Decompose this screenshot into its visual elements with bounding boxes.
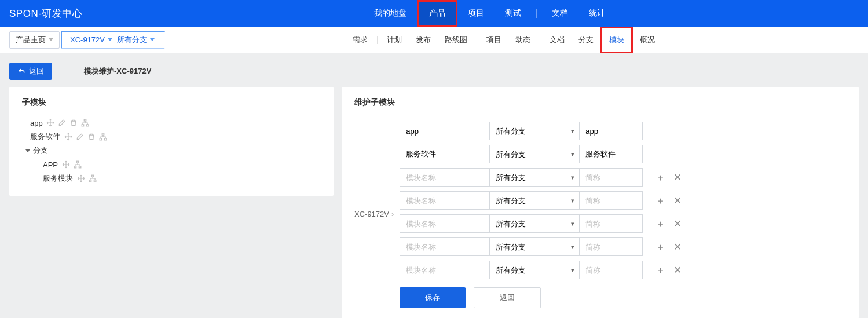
subnav-doc[interactable]: 文档	[543, 27, 572, 53]
add-row-icon[interactable]: ＋	[655, 196, 665, 206]
parent-module-label: XC-9172V ›	[354, 122, 394, 218]
module-name-input[interactable]	[400, 261, 489, 279]
page-title: 模块维护-XC-9172V	[84, 66, 151, 76]
tree-row-actions	[64, 133, 107, 141]
back-button[interactable]: 返回	[9, 63, 52, 80]
form-rows: 所有分支▾所有分支▾所有分支▾＋✕所有分支▾＋✕所有分支▾＋✕所有分支▾＋✕所有…	[400, 122, 682, 279]
svg-rect-4	[100, 138, 102, 140]
edit-icon[interactable]	[75, 133, 84, 141]
svg-rect-1	[82, 125, 84, 126]
edit-icon[interactable]	[58, 119, 67, 127]
remove-row-icon[interactable]: ✕	[673, 196, 682, 206]
svg-rect-6	[76, 161, 79, 163]
subnav-plan[interactable]: 计划	[380, 27, 409, 53]
tree-node-app[interactable]: app	[22, 116, 321, 130]
branch-select[interactable]: 所有分支	[489, 237, 579, 256]
module-short-input[interactable]	[579, 168, 643, 187]
move-icon[interactable]	[61, 160, 70, 169]
nav-stats[interactable]: 统计	[578, 0, 616, 27]
add-row-icon[interactable]: ＋	[655, 173, 665, 182]
subtree-icon[interactable]	[88, 174, 97, 183]
module-short-input[interactable]	[579, 261, 643, 279]
module-name-input[interactable]	[400, 145, 489, 163]
add-row-icon[interactable]: ＋	[655, 219, 665, 229]
subtree-icon[interactable]	[81, 119, 90, 127]
module-row: 所有分支▾＋✕	[400, 261, 682, 279]
product-home-dropdown[interactable]: 产品主页	[9, 31, 60, 49]
tree-node-service-module[interactable]: 服务模块	[22, 171, 321, 185]
module-name-input[interactable]	[400, 122, 489, 140]
toolbar: 返回 模块维护-XC-9172V	[0, 53, 868, 87]
nav-doc[interactable]: 文档	[541, 0, 578, 27]
sub-nav: 产品主页 XC-9172V 所有分支 需求 计划 发布 路线图 项目 动态 文档…	[0, 27, 868, 53]
remove-row-icon[interactable]: ✕	[673, 219, 682, 229]
module-short-input[interactable]	[579, 145, 643, 163]
move-icon[interactable]	[76, 174, 85, 183]
module-name-input[interactable]	[400, 168, 489, 187]
delete-icon[interactable]	[69, 119, 78, 127]
svg-rect-3	[102, 133, 104, 135]
remove-row-icon[interactable]: ✕	[673, 242, 682, 252]
tree-node-APP[interactable]: APP	[22, 158, 321, 171]
caret-down-icon	[49, 38, 53, 41]
remove-row-icon[interactable]: ✕	[673, 265, 682, 275]
module-row: 所有分支▾＋✕	[400, 168, 682, 187]
nav-test[interactable]: 测试	[495, 0, 532, 27]
branch-select[interactable]: 所有分支	[489, 191, 579, 210]
branch-select[interactable]: 所有分支	[489, 214, 579, 233]
tree-node-service-soft[interactable]: 服务软件	[22, 130, 321, 144]
tree-node-branch[interactable]: 分支	[22, 144, 321, 158]
add-row-icon[interactable]: ＋	[655, 242, 665, 252]
subnav-overview[interactable]: 概况	[633, 27, 662, 53]
module-row: 所有分支▾	[400, 145, 682, 163]
module-short-input[interactable]	[579, 191, 643, 210]
content: 子模块 app 服务软件	[0, 87, 868, 318]
move-icon[interactable]	[64, 133, 72, 141]
branch-select[interactable]: 所有分支	[489, 168, 579, 187]
module-row: 所有分支▾＋✕	[400, 214, 682, 233]
remove-row-icon[interactable]: ✕	[673, 173, 682, 182]
nav-product[interactable]: 产品	[417, 0, 457, 27]
subnav-roadmap[interactable]: 路线图	[438, 27, 474, 53]
delete-icon[interactable]	[87, 133, 96, 141]
breadcrumb-product[interactable]: XC-9172V 所有分支	[61, 31, 170, 49]
nav-separator	[536, 9, 537, 18]
move-icon[interactable]	[46, 119, 55, 127]
module-short-input[interactable]	[579, 122, 643, 140]
module-short-input[interactable]	[579, 237, 643, 256]
sub-nav-right: 需求 计划 发布 路线图 项目 动态 文档 分支 模块 概况	[346, 27, 662, 53]
subtree-icon[interactable]	[98, 133, 107, 141]
subnav-module[interactable]: 模块	[600, 27, 633, 53]
module-short-input[interactable]	[579, 214, 643, 233]
add-row-icon[interactable]: ＋	[655, 265, 665, 275]
row-actions: ＋✕	[655, 196, 682, 206]
save-button[interactable]: 保存	[400, 287, 466, 308]
tree-row-actions	[61, 160, 82, 169]
nav-my-space[interactable]: 我的地盘	[364, 0, 417, 27]
breadcrumb-product-label: XC-9172V	[70, 35, 105, 44]
module-tree: app 服务软件 分支	[22, 116, 321, 185]
module-name-input[interactable]	[400, 214, 489, 233]
subnav-branch[interactable]: 分支	[572, 27, 600, 53]
subnav-release[interactable]: 发布	[409, 27, 438, 53]
breadcrumb-branch-label: 所有分支	[117, 35, 147, 45]
subtree-icon[interactable]	[73, 160, 82, 169]
nav-items: 我的地盘 产品 项目 测试 文档 统计	[364, 0, 616, 27]
module-name-input[interactable]	[400, 191, 489, 210]
subnav-dynamic[interactable]: 动态	[508, 27, 537, 53]
form-buttons: 保存 返回	[400, 287, 682, 308]
subnav-separator	[377, 36, 378, 44]
row-actions: ＋✕	[655, 173, 682, 182]
svg-rect-5	[104, 138, 107, 140]
branch-select[interactable]: 所有分支	[489, 122, 579, 140]
branch-select[interactable]: 所有分支	[489, 145, 579, 163]
caret-down-icon	[150, 38, 155, 41]
module-name-input[interactable]	[400, 237, 489, 256]
svg-rect-10	[89, 180, 91, 182]
parent-module-text: XC-9172V	[354, 210, 389, 218]
subnav-requirement[interactable]: 需求	[346, 27, 375, 53]
nav-project[interactable]: 项目	[457, 0, 495, 27]
branch-select[interactable]: 所有分支	[489, 261, 579, 279]
form-back-button[interactable]: 返回	[474, 287, 541, 308]
subnav-project[interactable]: 项目	[479, 27, 508, 53]
